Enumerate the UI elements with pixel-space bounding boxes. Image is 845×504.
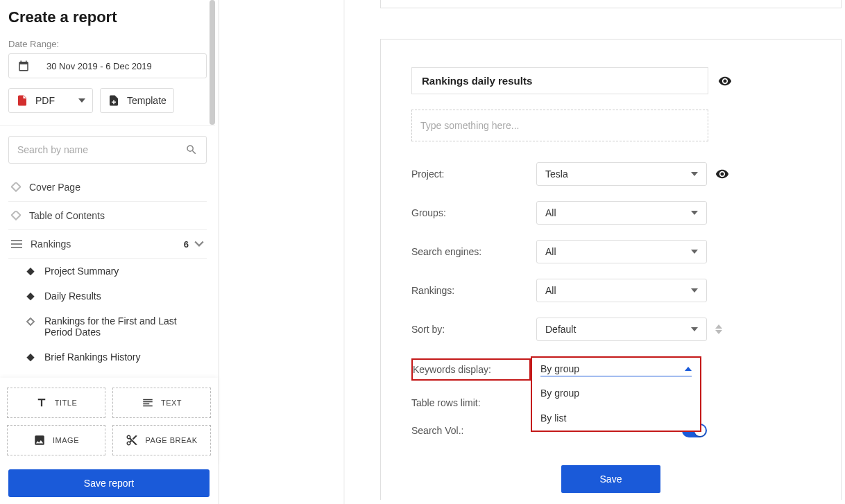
option-by-list[interactable]: By list bbox=[532, 406, 700, 431]
groups-label: Groups: bbox=[411, 207, 536, 218]
search-input[interactable] bbox=[17, 144, 185, 155]
rankings-select[interactable]: All bbox=[536, 279, 707, 302]
report-config-card: Rankings daily results Type something he… bbox=[380, 39, 842, 500]
previous-card-bottom bbox=[380, 0, 842, 8]
diamond-icon bbox=[11, 211, 21, 220]
svg-rect-7 bbox=[27, 318, 34, 325]
search-engines-select[interactable]: All bbox=[536, 240, 707, 263]
sort-by-select[interactable]: Default bbox=[536, 318, 707, 341]
caret-up-icon bbox=[715, 324, 722, 329]
save-button[interactable]: Save bbox=[561, 465, 661, 493]
caret-down-icon bbox=[715, 330, 722, 334]
description-textarea[interactable]: Type something here... bbox=[411, 110, 708, 141]
list-icon bbox=[11, 238, 22, 250]
main-panel: Rankings daily results Type something he… bbox=[380, 0, 842, 504]
rankings-label: Rankings: bbox=[411, 285, 536, 296]
tool-image[interactable]: IMAGE bbox=[7, 425, 105, 455]
svg-rect-2 bbox=[11, 240, 22, 241]
save-bar: Save report bbox=[0, 462, 218, 504]
template-icon bbox=[108, 94, 120, 107]
svg-rect-6 bbox=[26, 293, 34, 300]
svg-rect-10 bbox=[143, 399, 153, 401]
project-select[interactable]: Tesla bbox=[536, 162, 707, 186]
nav-rankings[interactable]: Rankings 6 bbox=[8, 230, 207, 259]
footer-tools: TITLE TEXT IMAGE PAGE BREAK bbox=[0, 378, 218, 465]
svg-rect-5 bbox=[26, 268, 34, 275]
keywords-dropdown-options: By group By list bbox=[531, 381, 701, 432]
table-rows-label: Table rows limit: bbox=[411, 397, 536, 408]
save-report-button[interactable]: Save report bbox=[8, 469, 210, 497]
date-range-picker[interactable]: 30 Nov 2019 - 6 Dec 2019 bbox=[8, 53, 207, 78]
divider bbox=[0, 125, 215, 126]
diamond-filled-icon bbox=[26, 354, 35, 362]
caret-down-icon bbox=[78, 98, 85, 103]
sub-daily-results[interactable]: Daily Results bbox=[8, 284, 207, 309]
page-edge bbox=[343, 0, 345, 504]
svg-rect-8 bbox=[26, 354, 34, 361]
nav-cover-page[interactable]: Cover Page bbox=[8, 173, 207, 202]
page-break-icon bbox=[126, 434, 138, 446]
caret-up-icon bbox=[685, 367, 692, 371]
title-icon bbox=[35, 397, 48, 409]
sub-brief-history[interactable]: Brief Rankings History bbox=[8, 345, 207, 370]
caret-down-icon bbox=[691, 327, 698, 331]
svg-rect-11 bbox=[143, 401, 153, 403]
visibility-icon[interactable] bbox=[715, 167, 729, 181]
tool-text[interactable]: TEXT bbox=[112, 388, 211, 418]
svg-rect-3 bbox=[11, 243, 22, 245]
format-label: PDF bbox=[35, 95, 55, 106]
chevron-down-icon bbox=[194, 239, 204, 249]
page-title: Create a report bbox=[8, 8, 207, 26]
keywords-display-label: Keywords display: bbox=[411, 358, 531, 381]
scrollbar[interactable] bbox=[210, 0, 215, 125]
template-button[interactable]: Template bbox=[100, 88, 174, 113]
keywords-display-select[interactable]: By group By group By list bbox=[531, 356, 701, 382]
caret-down-icon bbox=[691, 211, 698, 215]
groups-select[interactable]: All bbox=[536, 201, 707, 225]
diamond-outline-icon bbox=[26, 318, 35, 326]
nav-toc[interactable]: Table of Contents bbox=[8, 202, 207, 230]
tool-page-break[interactable]: PAGE BREAK bbox=[112, 425, 211, 455]
image-icon bbox=[33, 434, 46, 446]
search-box[interactable] bbox=[8, 136, 207, 164]
tool-title[interactable]: TITLE bbox=[7, 388, 105, 418]
rankings-count: 6 bbox=[184, 239, 189, 250]
project-label: Project: bbox=[411, 168, 536, 180]
vertical-divider bbox=[219, 0, 219, 504]
sort-direction-buttons[interactable] bbox=[715, 324, 722, 334]
svg-rect-13 bbox=[143, 406, 153, 407]
diamond-icon bbox=[11, 182, 21, 192]
date-range-label: Date Range: bbox=[8, 39, 207, 49]
caret-down-icon bbox=[691, 172, 698, 176]
calendar-icon bbox=[17, 60, 30, 72]
search-icon bbox=[185, 144, 198, 156]
option-by-group[interactable]: By group bbox=[532, 381, 700, 406]
svg-rect-1 bbox=[12, 211, 21, 220]
template-label: Template bbox=[127, 95, 167, 106]
sort-by-label: Sort by: bbox=[411, 324, 536, 335]
section-title[interactable]: Rankings daily results bbox=[411, 67, 708, 94]
format-dropdown[interactable]: PDF bbox=[8, 88, 93, 113]
search-engines-label: Search engines: bbox=[411, 246, 536, 257]
svg-rect-4 bbox=[11, 247, 22, 248]
search-vol-label: Search Vol.: bbox=[411, 425, 536, 436]
svg-rect-12 bbox=[143, 403, 149, 405]
text-icon bbox=[142, 397, 154, 409]
svg-rect-0 bbox=[12, 182, 21, 191]
diamond-filled-icon bbox=[26, 268, 35, 276]
date-range-value: 30 Nov 2019 - 6 Dec 2019 bbox=[46, 61, 152, 71]
sub-rankings-dates[interactable]: Rankings for the First and Last Period D… bbox=[8, 309, 207, 345]
pdf-icon bbox=[16, 94, 28, 107]
caret-down-icon bbox=[691, 288, 698, 293]
caret-down-icon bbox=[691, 250, 698, 254]
diamond-filled-icon bbox=[26, 293, 35, 301]
visibility-icon[interactable] bbox=[718, 74, 732, 88]
sidebar: Create a report Date Range: 30 Nov 2019 … bbox=[0, 0, 215, 504]
sub-project-summary[interactable]: Project Summary bbox=[8, 259, 207, 284]
